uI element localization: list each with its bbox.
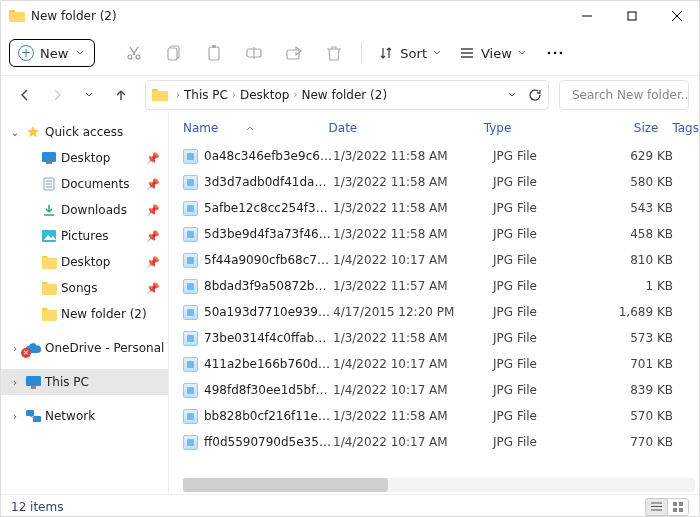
jpg-file-icon bbox=[183, 305, 198, 320]
forward-button[interactable] bbox=[43, 81, 71, 109]
minimize-button[interactable] bbox=[564, 1, 609, 31]
up-button[interactable] bbox=[107, 81, 135, 109]
tree-label: Documents bbox=[61, 177, 142, 191]
tree-network[interactable]: › Network bbox=[1, 403, 168, 429]
file-type: JPG File bbox=[493, 227, 603, 241]
search-input[interactable]: Search New folder... bbox=[559, 80, 689, 110]
file-row[interactable]: 5d3be9d4f3a73f46d62f...1/3/2022 11:58 AM… bbox=[169, 221, 699, 247]
tree-label: New folder (2) bbox=[61, 307, 168, 321]
share-button[interactable] bbox=[277, 36, 311, 70]
file-row[interactable]: 50a193d7710e939c2cb...4/17/2015 12:20 PM… bbox=[169, 299, 699, 325]
jpg-file-icon bbox=[183, 409, 198, 424]
tree-item-downloads[interactable]: Downloads📌 bbox=[1, 197, 168, 223]
search-placeholder: Search New folder... bbox=[572, 88, 689, 102]
chevron-right-icon[interactable]: › bbox=[176, 89, 180, 100]
tree-item-new-folder-2[interactable]: New folder (2) bbox=[1, 301, 168, 327]
svg-rect-41 bbox=[26, 376, 41, 386]
svg-rect-43 bbox=[26, 410, 34, 416]
file-row[interactable]: 8bdad3f9a50872b61fb0...1/3/2022 11:57 AM… bbox=[169, 273, 699, 299]
tree-item-desktop-2[interactable]: Desktop📌 bbox=[1, 249, 168, 275]
close-button[interactable] bbox=[654, 1, 699, 31]
chevron-down-icon bbox=[518, 49, 526, 57]
address-bar[interactable]: › This PC› Desktop› New folder (2) bbox=[145, 80, 549, 110]
tree-this-pc[interactable]: › This PC bbox=[1, 369, 168, 395]
file-row[interactable]: 0a48c346efb3e9c69b73...1/3/2022 11:58 AM… bbox=[169, 143, 699, 169]
tree-item-documents[interactable]: Documents📌 bbox=[1, 171, 168, 197]
thumbnails-view-button[interactable] bbox=[667, 498, 689, 516]
maximize-button[interactable] bbox=[609, 1, 654, 31]
expand-icon[interactable]: › bbox=[9, 411, 21, 422]
tree-label: Desktop bbox=[61, 151, 142, 165]
address-dropdown[interactable] bbox=[508, 91, 516, 99]
file-name: 5f44a9090cfb68c7eecd... bbox=[204, 253, 333, 267]
new-button[interactable]: + New bbox=[9, 39, 95, 67]
file-list: Name Date Type Size Tags 0a48c346efb3e9c… bbox=[169, 113, 699, 494]
tree-label: Network bbox=[45, 409, 168, 423]
svg-point-18 bbox=[548, 52, 551, 55]
svg-rect-26 bbox=[42, 152, 56, 162]
file-row[interactable]: 5afbe12c8cc254f30b74...1/3/2022 11:58 AM… bbox=[169, 195, 699, 221]
refresh-button[interactable] bbox=[528, 88, 542, 102]
tree-item-pictures[interactable]: Pictures📌 bbox=[1, 223, 168, 249]
tree-label: Desktop bbox=[61, 255, 142, 269]
expand-icon[interactable]: › bbox=[9, 377, 21, 388]
star-icon bbox=[25, 124, 41, 140]
file-row[interactable]: 498fd8f30ee1d5bfbc06...1/4/2022 10:17 AM… bbox=[169, 377, 699, 403]
horizontal-scrollbar[interactable] bbox=[183, 478, 695, 492]
file-name: 411a2be166b760d1012... bbox=[204, 357, 333, 371]
tree-item-songs[interactable]: Songs📌 bbox=[1, 275, 168, 301]
collapse-icon[interactable]: ⌄ bbox=[9, 127, 21, 138]
file-name: 8bdad3f9a50872b61fb0... bbox=[204, 279, 333, 293]
back-button[interactable] bbox=[11, 81, 39, 109]
copy-button[interactable] bbox=[157, 36, 191, 70]
view-icon bbox=[459, 45, 475, 61]
nav-row: › This PC› Desktop› New folder (2) Searc… bbox=[1, 75, 699, 113]
file-size: 580 KB bbox=[603, 175, 673, 189]
scrollbar-thumb[interactable] bbox=[183, 478, 388, 492]
file-date: 1/3/2022 11:58 AM bbox=[333, 201, 493, 215]
jpg-file-icon bbox=[183, 175, 198, 190]
breadcrumb-current[interactable]: New folder (2) bbox=[301, 88, 387, 102]
downloads-icon bbox=[41, 202, 57, 218]
titlebar: New folder (2) bbox=[1, 1, 699, 31]
file-name: ff0d5590790d5e35777b... bbox=[204, 435, 333, 449]
nav-tree: ⌄ Quick access Desktop📌 Documents📌 Downl… bbox=[1, 113, 169, 494]
pin-icon: 📌 bbox=[146, 230, 160, 243]
view-button[interactable]: View bbox=[453, 41, 532, 65]
col-date-header[interactable]: Date bbox=[329, 121, 484, 135]
file-date: 1/3/2022 11:58 AM bbox=[333, 227, 493, 241]
file-row[interactable]: ff0d5590790d5e35777b...1/4/2022 10:17 AM… bbox=[169, 429, 699, 455]
file-date: 1/3/2022 11:58 AM bbox=[333, 175, 493, 189]
details-view-button[interactable] bbox=[645, 498, 667, 516]
delete-button[interactable] bbox=[317, 36, 351, 70]
file-row[interactable]: 3d3d7adb0df41da0125...1/3/2022 11:58 AMJ… bbox=[169, 169, 699, 195]
paste-button[interactable] bbox=[197, 36, 231, 70]
tree-item-desktop[interactable]: Desktop📌 bbox=[1, 145, 168, 171]
pin-icon: 📌 bbox=[146, 256, 160, 269]
tree-onedrive[interactable]: › OneDrive - Personal bbox=[1, 335, 168, 361]
col-tags-header[interactable]: Tags bbox=[658, 121, 699, 135]
rename-button[interactable] bbox=[237, 36, 271, 70]
chevron-right-icon: › bbox=[232, 89, 236, 100]
more-button[interactable] bbox=[538, 36, 572, 70]
cut-button[interactable] bbox=[117, 36, 151, 70]
col-type-header[interactable]: Type bbox=[484, 121, 591, 135]
file-row[interactable]: 5f44a9090cfb68c7eecd...1/4/2022 10:17 AM… bbox=[169, 247, 699, 273]
file-type: JPG File bbox=[493, 253, 603, 267]
breadcrumb-this-pc[interactable]: This PC› bbox=[184, 88, 236, 102]
file-date: 1/4/2022 10:17 AM bbox=[333, 435, 493, 449]
col-name-header[interactable]: Name bbox=[183, 121, 329, 135]
recent-locations-button[interactable] bbox=[75, 81, 103, 109]
sort-button[interactable]: Sort bbox=[372, 41, 447, 65]
file-name: 5afbe12c8cc254f30b74... bbox=[204, 201, 333, 215]
expand-icon[interactable]: › bbox=[9, 343, 21, 354]
pin-icon: 📌 bbox=[146, 204, 160, 217]
col-size-header[interactable]: Size bbox=[591, 121, 659, 135]
file-row[interactable]: 73be0314f4c0ffabe278...1/3/2022 11:58 AM… bbox=[169, 325, 699, 351]
file-row[interactable]: 411a2be166b760d1012...1/4/2022 10:17 AMJ… bbox=[169, 351, 699, 377]
file-date: 1/4/2022 10:17 AM bbox=[333, 383, 493, 397]
breadcrumb-desktop[interactable]: Desktop› bbox=[240, 88, 298, 102]
file-row[interactable]: bb828b0cf216f11e005e...1/3/2022 11:58 AM… bbox=[169, 403, 699, 429]
jpg-file-icon bbox=[183, 227, 198, 242]
tree-quick-access[interactable]: ⌄ Quick access bbox=[1, 119, 168, 145]
